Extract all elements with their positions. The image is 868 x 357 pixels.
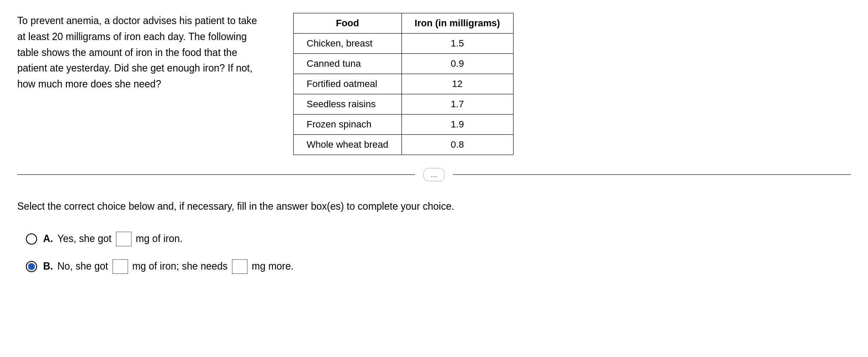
- table-cell-food-0: Chicken, breast: [294, 34, 402, 54]
- choice-a-label: A.: [43, 233, 53, 245]
- choice-b-text-after: mg more.: [252, 261, 294, 272]
- table-cell-food-1: Canned tuna: [294, 54, 402, 74]
- table-container: Food Iron (in milligrams) Chicken, breas…: [293, 13, 851, 155]
- radio-b-inner: [28, 263, 35, 270]
- table-cell-food-4: Frozen spinach: [294, 115, 402, 135]
- radio-b[interactable]: [26, 261, 37, 272]
- problem-text: To prevent anemia, a doctor advises his …: [17, 13, 267, 92]
- table-row: Canned tuna0.9: [294, 54, 514, 74]
- table-header-iron: Iron (in milligrams): [401, 13, 513, 34]
- choice-a-answer-box[interactable]: [116, 232, 132, 246]
- divider-section: ...: [17, 168, 851, 181]
- instruction-text: Select the correct choice below and, if …: [17, 199, 851, 214]
- choice-b-answer-box-1[interactable]: [113, 259, 128, 274]
- choice-row-b[interactable]: B. No, she got mg of iron; she needs mg …: [26, 259, 851, 274]
- table-row: Frozen spinach1.9: [294, 115, 514, 135]
- table-cell-iron-4: 1.9: [401, 115, 513, 135]
- divider-dots: ...: [423, 168, 445, 181]
- table-cell-iron-1: 0.9: [401, 54, 513, 74]
- table-cell-iron-0: 1.5: [401, 34, 513, 54]
- choice-b-text-before: No, she got: [57, 261, 108, 272]
- table-cell-food-5: Whole wheat bread: [294, 135, 402, 155]
- divider-line-right: [453, 174, 851, 175]
- choice-a-text-after: mg of iron.: [136, 233, 183, 245]
- table-row: Chicken, breast1.5: [294, 34, 514, 54]
- radio-a-inner: [28, 236, 35, 242]
- choice-a-text-before: Yes, she got: [57, 233, 112, 245]
- table-cell-iron-5: 0.8: [401, 135, 513, 155]
- top-section: To prevent anemia, a doctor advises his …: [17, 13, 851, 155]
- choice-row-a[interactable]: A. Yes, she got mg of iron.: [26, 232, 851, 246]
- table-cell-food-2: Fortified oatmeal: [294, 74, 402, 94]
- iron-table: Food Iron (in milligrams) Chicken, breas…: [293, 13, 514, 155]
- choice-b-text: B. No, she got mg of iron; she needs mg …: [43, 259, 294, 274]
- table-row: Fortified oatmeal12: [294, 74, 514, 94]
- table-header-food: Food: [294, 13, 402, 34]
- table-row: Whole wheat bread0.8: [294, 135, 514, 155]
- choice-b-answer-box-2[interactable]: [232, 259, 248, 274]
- choices-container: A. Yes, she got mg of iron. B. No, she g…: [26, 232, 851, 274]
- choice-b-label: B.: [43, 261, 53, 272]
- choice-b-text-middle: mg of iron; she needs: [132, 261, 228, 272]
- table-cell-iron-2: 12: [401, 74, 513, 94]
- table-cell-iron-3: 1.7: [401, 94, 513, 115]
- table-cell-food-3: Seedless raisins: [294, 94, 402, 115]
- radio-a[interactable]: [26, 233, 37, 245]
- choice-a-text: A. Yes, she got mg of iron.: [43, 232, 182, 246]
- table-row: Seedless raisins1.7: [294, 94, 514, 115]
- divider-line-left: [17, 174, 415, 175]
